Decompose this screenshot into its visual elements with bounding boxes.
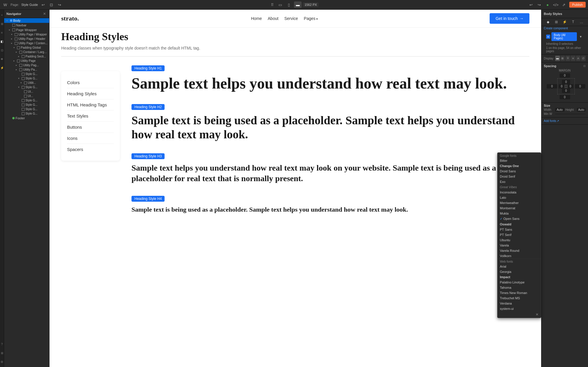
nav-item-page-wrapper[interactable]: ▾ Page Wrapper	[4, 28, 49, 32]
nav-item-style-g7[interactable]: Style G...	[4, 111, 49, 116]
nav-item-ut2[interactable]: Ut...	[4, 94, 49, 98]
nav-about[interactable]: About	[268, 16, 278, 21]
desktop-btn[interactable]: ▭	[276, 1, 284, 8]
margin-top-input[interactable]	[560, 73, 570, 78]
margin-right-input[interactable]	[575, 84, 585, 89]
nav-item-padding-section[interactable]: ▸ Padding Secti...	[4, 54, 49, 59]
nav-item-style-g1[interactable]: Style G...	[4, 72, 49, 76]
display-grid-icon[interactable]: ⠿	[565, 56, 570, 61]
margin-top-row	[544, 73, 586, 78]
nav-item-style-g2[interactable]: ▾ Style G...	[4, 76, 49, 81]
style-selector[interactable]: Body (All Pages)	[551, 32, 577, 41]
nav-item-style-g6[interactable]: Style G...	[4, 107, 49, 111]
add-icon[interactable]: +	[0, 11, 4, 19]
publish-button[interactable]: Publish	[569, 2, 586, 8]
undo-icon[interactable]: ↩	[40, 2, 46, 8]
apps-icon[interactable]: ⊞	[0, 349, 4, 357]
logic-icon[interactable]: ⚡	[0, 64, 4, 72]
cms-icon[interactable]: ≡	[0, 28, 4, 37]
sg-nav-icons[interactable]: Icons	[67, 133, 114, 144]
nav-item-body[interactable]: ▾ Body	[4, 18, 49, 23]
h1-sample: Sample text helps you understand how rea…	[131, 75, 529, 92]
sg-nav-text-styles[interactable]: Text Styles	[67, 111, 114, 122]
display-inline-icon[interactable]: ≡	[571, 56, 575, 61]
grid-icon[interactable]: ⠿	[269, 2, 275, 8]
nav-item-utility-header[interactable]: ▸ Utility Page / Header	[4, 37, 49, 41]
redo-icon[interactable]: ↪	[57, 2, 63, 8]
components-icon[interactable]: ❖	[0, 55, 4, 63]
sg-nav-buttons[interactable]: Buttons	[67, 122, 114, 133]
nav-item-utility-wrapper[interactable]: ▾ Utility Page / Wrapper	[4, 32, 49, 37]
nav-item-style-g5[interactable]: Style G...	[4, 103, 49, 107]
assets-icon[interactable]: ⊡	[0, 46, 4, 54]
nav-home[interactable]: Home	[251, 16, 262, 21]
h4-badge: Heading Style H4	[131, 196, 165, 202]
display-none-icon[interactable]: ∅	[581, 56, 586, 61]
nav-item-utility-pag2[interactable]: ▸ Utility Pag...	[4, 63, 49, 67]
nav-item-style-g3[interactable]: ▾ Style G...	[4, 85, 49, 89]
style-icon[interactable]: ◈	[545, 19, 551, 25]
width-value[interactable]: Auto	[555, 108, 564, 112]
close-nav-icon[interactable]: ✕	[42, 11, 47, 16]
margin-left-input[interactable]	[547, 84, 557, 89]
history-icon[interactable]: ⊡	[49, 2, 54, 8]
padding-left-input[interactable]	[559, 84, 565, 89]
page-info-text: 1 on this page, 54 on other pages	[544, 46, 586, 53]
nav-item-utility-page[interactable]: ▸ Utility Page	[4, 59, 49, 63]
minw-value[interactable]	[555, 114, 586, 114]
sg-nav-html-heading[interactable]: HTML Heading Tags	[67, 99, 114, 111]
display-flex-icon[interactable]: ⊞	[560, 56, 565, 61]
margin-bottom-input[interactable]	[560, 95, 570, 99]
canvas-content: strato. Home About Service Pages Get in …	[49, 10, 541, 367]
h2-sample: Sample text is being used as a placehold…	[131, 113, 529, 142]
size-header[interactable]: Size	[544, 104, 586, 107]
sg-nav-spacers[interactable]: Spacers	[67, 144, 114, 155]
help-icon[interactable]: ?	[0, 340, 4, 348]
nav-item-container-large[interactable]: ▸ Container / Large...	[4, 50, 49, 54]
nav-item-style-g4[interactable]: Style G...	[4, 98, 49, 103]
nav-service[interactable]: Service	[284, 16, 298, 21]
nav-item-utilit[interactable]: ▾ Utilit...	[4, 81, 49, 85]
display-label: Display	[544, 57, 553, 60]
padding-top-input[interactable]	[562, 80, 570, 84]
undo-btn[interactable]: ↩	[528, 2, 534, 8]
create-component-link[interactable]: Create component	[541, 26, 588, 30]
nav-pages[interactable]: Pages	[304, 16, 318, 21]
right-panel-header: Body Styles	[541, 10, 588, 18]
mobile-btn[interactable]: ▬	[294, 1, 302, 8]
sg-nav-heading-styles[interactable]: Heading Styles	[67, 88, 114, 99]
nav-item-navbar[interactable]: Navbar	[4, 23, 49, 28]
selector-dropdown[interactable]: ▾	[578, 34, 583, 39]
padding-right-input[interactable]	[568, 84, 573, 89]
redo-btn[interactable]: ↪	[536, 2, 542, 8]
display-A-icon[interactable]: A	[576, 56, 581, 61]
more-icon[interactable]: …	[579, 19, 584, 25]
display-block-icon[interactable]: ▬	[555, 56, 560, 61]
nav-item-ut1[interactable]: Ut...	[4, 89, 49, 94]
nav-item-footer[interactable]: Footer	[4, 116, 49, 120]
share-icon[interactable]: ⇗	[561, 2, 567, 8]
top-bar-left: W Page: Style Guide ↩ ⊡ ↪	[2, 2, 63, 8]
typography-section: Add fonts ↗ Google fonts Bitter Changa O…	[541, 118, 588, 125]
motion-icon[interactable]: ⚡	[562, 19, 567, 25]
height-value[interactable]: Auto	[577, 108, 586, 112]
padding-bottom-input[interactable]	[562, 89, 570, 93]
sg-nav-colors[interactable]: Colors	[67, 77, 114, 88]
nav-item-utility-content[interactable]: ▸ Utility Page / Conten...	[4, 41, 49, 45]
layout-icon[interactable]: ⊞	[554, 19, 559, 25]
tablet-btn[interactable]: ▯	[285, 1, 293, 8]
code-icon[interactable]: </>	[553, 2, 559, 8]
nav-item-utility-pa[interactable]: ▸ Utility Pa...	[4, 67, 49, 72]
spacing-header[interactable]: Spacing ⊡	[544, 64, 586, 68]
text-icon[interactable]: T	[570, 19, 576, 25]
add-fonts-link[interactable]: Add fonts ↗	[544, 119, 586, 123]
padding-bottom-row	[559, 89, 573, 93]
pages-icon[interactable]: ⊞	[0, 20, 4, 28]
get-in-touch-button[interactable]: Get in touch	[490, 13, 529, 24]
nav-item-padding-global[interactable]: ▾ Padding Global	[4, 45, 49, 50]
settings-icon[interactable]: ⚙	[0, 358, 4, 366]
style-selector-area: B Body (All Pages) ▾ Inheriting 0 select…	[541, 30, 588, 55]
navigator-icon[interactable]: ◧	[0, 37, 4, 45]
webflow-icon[interactable]: W	[2, 2, 8, 8]
px-display: 1562 PX	[303, 2, 319, 7]
